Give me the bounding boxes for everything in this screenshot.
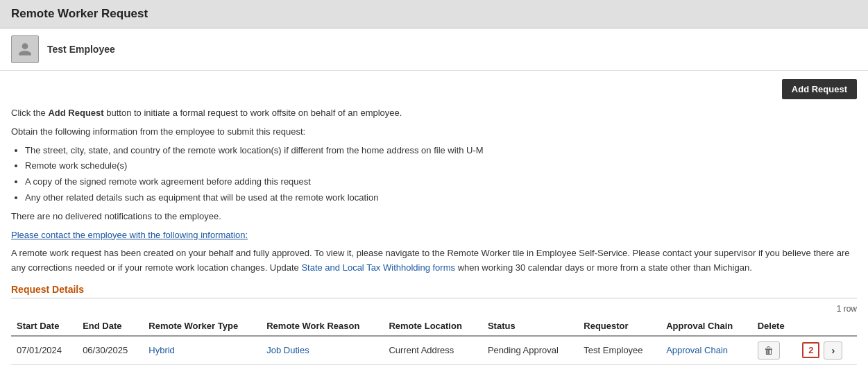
employee-name: Test Employee (47, 44, 115, 55)
contact-link[interactable]: Please contact the employee with the fol… (11, 230, 248, 240)
avatar (11, 35, 39, 63)
col-start-date: Start Date (11, 316, 77, 336)
col-nav (797, 316, 857, 336)
no-notifications-text: There are no delivered notifications to … (11, 210, 857, 224)
bullet-item-3: A copy of the signed remote work agreeme… (25, 175, 857, 189)
request-details-heading: Request Details (11, 284, 857, 298)
bullet-list: The street, city, state, and country of … (25, 144, 857, 205)
col-remote-location: Remote Location (383, 316, 482, 336)
intro-post: button to initiate a formal request to w… (104, 108, 402, 118)
page-title: Remote Worker Request (11, 7, 857, 21)
table-row: 07/01/2024 06/30/2025 Hybrid Job Duties … (11, 336, 857, 365)
cell-status: Pending Approval (482, 336, 578, 365)
contact-body-paragraph: A remote work request has been created o… (11, 246, 857, 276)
delete-button[interactable]: 🗑 (758, 341, 780, 360)
cell-start-date: 07/01/2024 (11, 336, 77, 365)
cell-requestor: Test Employee (578, 336, 661, 365)
row-nav-button[interactable]: › (824, 341, 842, 360)
tax-withholding-link[interactable]: State and Local Tax Withholding forms (301, 262, 455, 273)
cell-remote-work-reason: Job Duties (261, 336, 383, 365)
row-badge: 2 (802, 342, 819, 358)
add-request-btn-row: Add Request (11, 79, 857, 99)
intro-bold: Add Request (48, 108, 103, 118)
col-end-date: End Date (77, 316, 143, 336)
col-remote-work-reason: Remote Work Reason (261, 316, 383, 336)
contact-body-post: when working 30 calendar days or more fr… (455, 262, 752, 273)
nav-badge-cell: 2 › (802, 341, 851, 360)
add-request-button[interactable]: Add Request (782, 79, 857, 99)
employee-bar: Test Employee (0, 28, 868, 71)
table-header-row: Start Date End Date Remote Worker Type R… (11, 316, 857, 336)
bullet-item-2: Remote work schedule(s) (25, 159, 857, 174)
hybrid-link[interactable]: Hybrid (148, 345, 175, 355)
cell-remote-worker-type: Hybrid (143, 336, 261, 365)
info-section: Click the Add Request button to initiate… (11, 106, 857, 276)
row-count: 1 row (11, 304, 857, 314)
obtain-info-text: Obtain the following information from th… (11, 125, 857, 140)
cell-remote-location: Current Address (383, 336, 482, 365)
intro-paragraph: Click the Add Request button to initiate… (11, 106, 857, 121)
request-details-section: Request Details 1 row Start Date End Dat… (11, 284, 857, 365)
job-duties-link[interactable]: Job Duties (266, 345, 309, 355)
cell-approval-chain: Approval Chain (661, 336, 752, 365)
cell-nav: 2 › (797, 336, 857, 365)
col-approval-chain: Approval Chain (661, 316, 752, 336)
page-header: Remote Worker Request (0, 0, 868, 28)
contact-link-paragraph: Please contact the employee with the fol… (11, 228, 857, 243)
main-content: Add Request Click the Add Request button… (0, 71, 868, 372)
cell-end-date: 06/30/2025 (77, 336, 143, 365)
col-delete: Delete (752, 316, 797, 336)
bullet-item-1: The street, city, state, and country of … (25, 144, 857, 158)
bullet-item-4: Any other related details such as equipm… (25, 191, 857, 205)
intro-pre: Click the (11, 108, 48, 118)
request-details-table: Start Date End Date Remote Worker Type R… (11, 316, 857, 365)
col-status: Status (482, 316, 578, 336)
col-requestor: Requestor (578, 316, 661, 336)
cell-delete: 🗑 (752, 336, 797, 365)
person-icon (17, 42, 33, 57)
col-remote-worker-type: Remote Worker Type (143, 316, 261, 336)
approval-chain-link[interactable]: Approval Chain (666, 345, 728, 355)
